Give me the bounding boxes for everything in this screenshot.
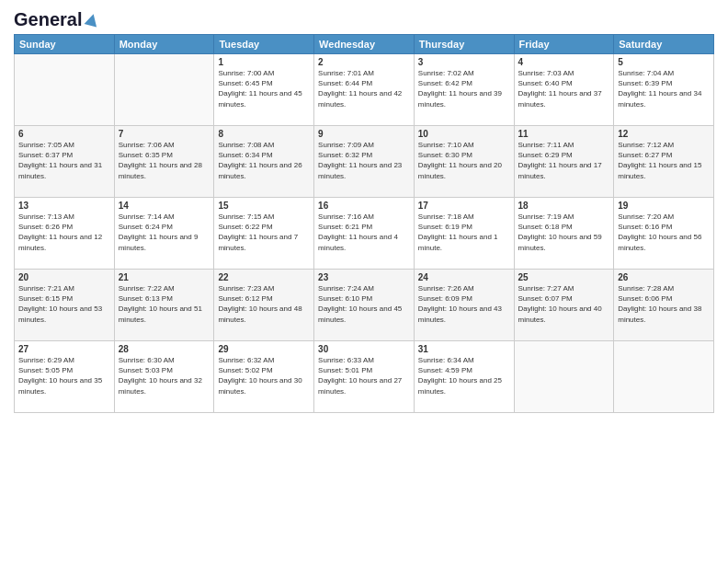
calendar-day-cell: 24Sunrise: 7:26 AMSunset: 6:09 PMDayligh… [414,270,514,341]
weekday-header-sunday: Sunday [15,35,115,54]
calendar-day-cell [114,54,214,126]
calendar-day-cell: 6Sunrise: 7:05 AMSunset: 6:37 PMDaylight… [15,126,115,198]
day-info: Sunrise: 6:29 AMSunset: 5:05 PMDaylight:… [18,355,110,396]
day-info: Sunrise: 7:23 AMSunset: 6:12 PMDaylight:… [218,283,310,325]
day-info: Sunrise: 6:30 AMSunset: 5:03 PMDaylight:… [119,355,210,396]
day-number: 3 [418,57,510,67]
calendar-day-cell: 17Sunrise: 7:18 AMSunset: 6:19 PMDayligh… [414,198,514,270]
logo-triangle-icon [85,12,100,27]
day-info: Sunrise: 7:18 AMSunset: 6:19 PMDaylight:… [418,212,510,253]
calendar-day-cell: 27Sunrise: 6:29 AMSunset: 5:05 PMDayligh… [15,341,115,413]
day-info: Sunrise: 7:12 AMSunset: 6:27 PMDaylight:… [618,140,710,181]
calendar-day-cell: 9Sunrise: 7:09 AMSunset: 6:32 PMDaylight… [314,126,415,198]
day-info: Sunrise: 7:06 AMSunset: 6:35 PMDaylight:… [119,140,210,181]
day-number: 12 [618,129,710,139]
calendar-day-cell: 22Sunrise: 7:23 AMSunset: 6:12 PMDayligh… [214,270,314,341]
day-number: 22 [218,272,310,282]
calendar-day-cell: 5Sunrise: 7:04 AMSunset: 6:39 PMDaylight… [614,54,714,126]
calendar-day-cell [514,341,614,413]
day-info: Sunrise: 7:20 AMSunset: 6:16 PMDaylight:… [618,212,710,253]
day-number: 14 [119,201,210,211]
day-number: 5 [618,57,710,67]
calendar-day-cell: 1Sunrise: 7:00 AMSunset: 6:45 PMDaylight… [214,54,314,126]
day-info: Sunrise: 7:22 AMSunset: 6:13 PMDaylight:… [119,283,210,325]
day-info: Sunrise: 7:04 AMSunset: 6:39 PMDaylight:… [618,68,710,109]
calendar-day-cell: 2Sunrise: 7:01 AMSunset: 6:44 PMDaylight… [314,54,415,126]
day-info: Sunrise: 7:05 AMSunset: 6:37 PMDaylight:… [18,140,110,181]
calendar-day-cell: 3Sunrise: 7:02 AMSunset: 6:42 PMDaylight… [414,54,514,126]
day-number: 18 [518,201,610,211]
day-number: 8 [218,129,310,139]
day-info: Sunrise: 7:28 AMSunset: 6:06 PMDaylight:… [618,283,710,325]
calendar-day-cell: 4Sunrise: 7:03 AMSunset: 6:40 PMDaylight… [514,54,614,126]
day-info: Sunrise: 7:16 AMSunset: 6:21 PMDaylight:… [318,212,410,253]
weekday-header-monday: Monday [114,35,214,54]
day-number: 2 [318,57,410,67]
day-number: 17 [418,201,510,211]
day-info: Sunrise: 7:02 AMSunset: 6:42 PMDaylight:… [418,68,510,109]
calendar-week-row: 13Sunrise: 7:13 AMSunset: 6:26 PMDayligh… [15,198,714,270]
day-number: 16 [318,201,410,211]
weekday-header-tuesday: Tuesday [214,35,314,54]
weekday-header-wednesday: Wednesday [314,35,415,54]
day-number: 1 [218,57,310,67]
calendar-week-row: 20Sunrise: 7:21 AMSunset: 6:15 PMDayligh… [15,270,714,341]
weekday-header-saturday: Saturday [614,35,714,54]
calendar-day-cell: 14Sunrise: 7:14 AMSunset: 6:24 PMDayligh… [114,198,214,270]
day-info: Sunrise: 7:03 AMSunset: 6:40 PMDaylight:… [518,68,610,109]
calendar-day-cell: 15Sunrise: 7:15 AMSunset: 6:22 PMDayligh… [214,198,314,270]
calendar-day-cell: 19Sunrise: 7:20 AMSunset: 6:16 PMDayligh… [614,198,714,270]
day-number: 28 [119,344,210,354]
calendar-day-cell [15,54,115,126]
calendar-day-cell: 10Sunrise: 7:10 AMSunset: 6:30 PMDayligh… [414,126,514,198]
day-info: Sunrise: 6:32 AMSunset: 5:02 PMDaylight:… [218,355,310,396]
calendar-day-cell: 26Sunrise: 7:28 AMSunset: 6:06 PMDayligh… [614,270,714,341]
day-info: Sunrise: 7:09 AMSunset: 6:32 PMDaylight:… [318,140,410,181]
calendar-day-cell: 30Sunrise: 6:33 AMSunset: 5:01 PMDayligh… [314,341,415,413]
calendar-day-cell: 31Sunrise: 6:34 AMSunset: 4:59 PMDayligh… [414,341,514,413]
calendar-day-cell: 12Sunrise: 7:12 AMSunset: 6:27 PMDayligh… [614,126,714,198]
day-number: 29 [218,344,310,354]
day-info: Sunrise: 7:15 AMSunset: 6:22 PMDaylight:… [218,212,310,253]
calendar-table: SundayMondayTuesdayWednesdayThursdayFrid… [14,34,714,413]
calendar-week-row: 27Sunrise: 6:29 AMSunset: 5:05 PMDayligh… [15,341,714,413]
day-number: 4 [518,57,610,67]
calendar-day-cell: 7Sunrise: 7:06 AMSunset: 6:35 PMDaylight… [114,126,214,198]
calendar-day-cell: 25Sunrise: 7:27 AMSunset: 6:07 PMDayligh… [514,270,614,341]
day-number: 27 [18,344,110,354]
day-number: 6 [18,129,110,139]
day-info: Sunrise: 7:13 AMSunset: 6:26 PMDaylight:… [18,212,110,253]
day-number: 24 [418,272,510,282]
day-number: 25 [518,272,610,282]
calendar-week-row: 6Sunrise: 7:05 AMSunset: 6:37 PMDaylight… [15,126,714,198]
calendar-day-cell: 8Sunrise: 7:08 AMSunset: 6:34 PMDaylight… [214,126,314,198]
calendar-week-row: 1Sunrise: 7:00 AMSunset: 6:45 PMDaylight… [15,54,714,126]
calendar-day-cell: 21Sunrise: 7:22 AMSunset: 6:13 PMDayligh… [114,270,214,341]
day-number: 19 [618,201,710,211]
day-info: Sunrise: 7:24 AMSunset: 6:10 PMDaylight:… [318,283,410,325]
day-number: 11 [518,129,610,139]
logo-general: General [14,9,82,30]
calendar-header-row: SundayMondayTuesdayWednesdayThursdayFrid… [15,35,714,54]
calendar-day-cell: 23Sunrise: 7:24 AMSunset: 6:10 PMDayligh… [314,270,415,341]
weekday-header-friday: Friday [514,35,614,54]
day-info: Sunrise: 7:19 AMSunset: 6:18 PMDaylight:… [518,212,610,253]
day-number: 20 [18,272,110,282]
calendar-day-cell: 29Sunrise: 6:32 AMSunset: 5:02 PMDayligh… [214,341,314,413]
day-number: 15 [218,201,310,211]
day-info: Sunrise: 7:14 AMSunset: 6:24 PMDaylight:… [119,212,210,253]
calendar-day-cell: 18Sunrise: 7:19 AMSunset: 6:18 PMDayligh… [514,198,614,270]
day-info: Sunrise: 7:10 AMSunset: 6:30 PMDaylight:… [418,140,510,181]
day-number: 21 [119,272,210,282]
day-number: 30 [318,344,410,354]
day-number: 9 [318,129,410,139]
day-number: 7 [119,129,210,139]
calendar-day-cell: 16Sunrise: 7:16 AMSunset: 6:21 PMDayligh… [314,198,415,270]
day-number: 31 [418,344,510,354]
day-info: Sunrise: 7:01 AMSunset: 6:44 PMDaylight:… [318,68,410,109]
calendar-day-cell: 20Sunrise: 7:21 AMSunset: 6:15 PMDayligh… [15,270,115,341]
calendar-day-cell [614,341,714,413]
day-info: Sunrise: 7:27 AMSunset: 6:07 PMDaylight:… [518,283,610,325]
day-info: Sunrise: 7:00 AMSunset: 6:45 PMDaylight:… [218,68,310,109]
logo: General [14,9,98,27]
